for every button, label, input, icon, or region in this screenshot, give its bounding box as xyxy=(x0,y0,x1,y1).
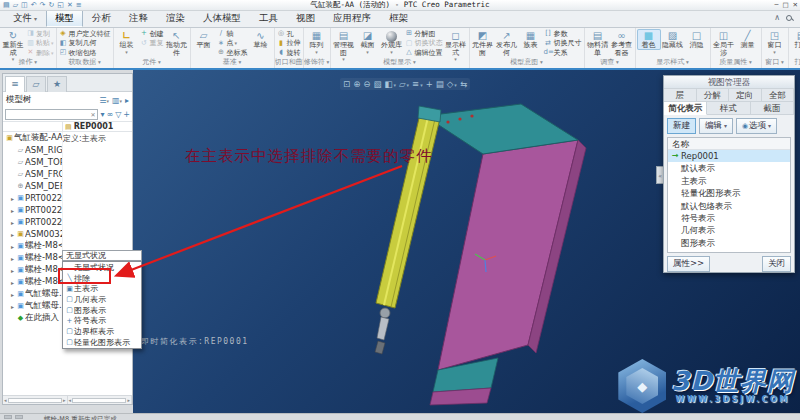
view-manager-tab[interactable]: 全部 xyxy=(762,89,795,102)
tree-item[interactable]: ▱ ASM_TOP xyxy=(3,156,132,168)
panel-collapse-handle[interactable]: « xyxy=(656,166,663,184)
ribbon-tab[interactable]: 注释 xyxy=(120,9,157,27)
properties-button[interactable]: 属性>> xyxy=(667,256,710,272)
tree-header-icon[interactable]: ☰ xyxy=(99,96,109,105)
view-manager-tab[interactable]: 层 xyxy=(664,89,697,102)
scrollbar-thumb[interactable] xyxy=(72,398,126,403)
graphics-toolbar-icon[interactable]: ⇆ xyxy=(460,79,467,89)
ribbon-button[interactable]: ■ 着色 xyxy=(637,29,661,50)
ribbon-button[interactable]: ▨ 隐藏线 xyxy=(661,29,685,50)
ribbon-button[interactable]: ◧ 复制几何 xyxy=(58,39,112,49)
graphics-toolbar-icon[interactable]: ⊡ xyxy=(343,79,350,89)
ribbon-button[interactable]: ▢ 切换状态 xyxy=(404,39,444,49)
rep-list-item[interactable]: 默认包络表示 xyxy=(668,200,790,212)
tree-search-icon[interactable]: ▽ xyxy=(115,110,121,119)
ribbon-button[interactable]: ● 外观库 xyxy=(380,29,404,54)
tree-search-icon[interactable]: + xyxy=(123,110,130,119)
ribbon-button[interactable]: ◎ 孔 xyxy=(276,29,302,39)
rep-status-menu-item[interactable]: ▢ 边界框表示 xyxy=(63,326,141,337)
graphics-toolbar-icon[interactable]: ◧ xyxy=(384,79,396,89)
ribbon-button[interactable]: ▮ 拉伸 xyxy=(276,39,302,49)
expand-arrow-icon[interactable] xyxy=(9,279,16,286)
graphics-toolbar-icon[interactable]: + xyxy=(426,79,433,89)
tree-item[interactable]: ▣ 气缸装配-AA.A 定义:主表示 xyxy=(3,132,132,144)
options-button[interactable]: ◉选项 xyxy=(736,118,777,134)
view-manager-tab[interactable]: 样式 xyxy=(707,102,750,115)
rep-status-menu-item[interactable]: ▢ 几何表示 xyxy=(63,294,141,305)
expand-arrow-icon[interactable] xyxy=(9,195,16,202)
rep-list-item[interactable]: 轻量化图形表示 xyxy=(668,187,790,199)
ribbon-tab[interactable]: 视图 xyxy=(287,9,324,27)
tree-item[interactable]: ▣ PRT0022-A xyxy=(3,216,132,228)
close-button[interactable]: 关闭 xyxy=(762,256,791,272)
qat-icon[interactable]: ↻ xyxy=(48,1,54,10)
rep-list-item[interactable]: 符号表示 xyxy=(668,212,790,224)
tree-header-icon[interactable]: ▥ xyxy=(112,96,122,105)
new-button[interactable]: 新建 xyxy=(667,118,696,134)
graphics-toolbar-icon[interactable]: ≡ xyxy=(412,79,423,89)
qat-icon[interactable]: ✕ xyxy=(67,1,73,10)
ribbon-button[interactable]: ▦ 族表 xyxy=(519,29,543,50)
ribbon-tab[interactable]: 文件 xyxy=(4,9,46,27)
qat-icon[interactable]: ↷ xyxy=(40,1,46,10)
expand-arrow-icon[interactable] xyxy=(9,207,16,214)
ribbon-button[interactable]: □ 消隐 xyxy=(685,29,709,50)
ribbon-button[interactable]: ↺ 重复 xyxy=(139,39,165,49)
qat-icon[interactable]: ◱ xyxy=(57,1,64,10)
ribbon-button[interactable]: ∗ 点 xyxy=(216,39,249,49)
ribbon-button[interactable]: ∕ 轴 xyxy=(216,29,249,39)
ribbon-button[interactable]: ▤ 物料清单 xyxy=(586,29,610,57)
qat-icon[interactable]: ▤ xyxy=(3,1,10,10)
qat-icon[interactable]: ↶ xyxy=(31,1,37,10)
ribbon-tab[interactable]: 应用程序 xyxy=(324,9,380,27)
view-manager-tab[interactable]: 截面 xyxy=(751,102,794,115)
ribbon-tab[interactable]: 渲染 xyxy=(157,9,194,27)
rep-list-item[interactable]: 图形表示 xyxy=(668,237,790,249)
graphics-toolbar-icon[interactable]: ▱ xyxy=(399,79,409,89)
ribbon-button[interactable]: ◩ 元件界面 xyxy=(471,29,495,57)
tree-search-input[interactable]: ✕ xyxy=(5,109,98,120)
ribbon-button[interactable]: [] 参数 xyxy=(543,29,583,39)
clear-search-icon[interactable]: ✕ xyxy=(90,111,95,118)
rep-status-menu-item[interactable]: ╲ 排除 xyxy=(63,273,141,284)
command-search-icon[interactable] xyxy=(786,15,792,21)
graphics-toolbar-icon[interactable]: ⊖ xyxy=(363,79,370,89)
tree-item[interactable]: ▱ ASM_FRON xyxy=(3,168,132,180)
ribbon-tab[interactable]: 人体模型 xyxy=(194,9,250,27)
ribbon-tab[interactable]: 模型 xyxy=(46,9,83,27)
rep-list-item[interactable]: → Rep0001 xyxy=(668,150,790,162)
ribbon-button[interactable]: ⊞ 分解图 xyxy=(404,29,444,39)
ribbon-collapse-icon[interactable]: ∧ xyxy=(774,13,780,22)
tree-item[interactable]: ▣ PRT0022-A xyxy=(3,204,132,216)
minimize-icon[interactable]: ─ xyxy=(774,0,778,10)
ribbon-button[interactable]: ∿ 草绘 xyxy=(249,29,273,50)
tree-item[interactable]: ▣ ASM0032.A xyxy=(3,228,132,240)
ribbon-tab[interactable]: 分析 xyxy=(83,9,120,27)
rep-status-cell[interactable]: 无显式状况 xyxy=(62,250,142,261)
scrollbar-thumb[interactable] xyxy=(8,398,62,403)
rep-status-menu-item[interactable]: ▣ 主表示 xyxy=(63,283,141,294)
tree-header-icon[interactable]: ▸ xyxy=(125,96,129,105)
ribbon-tab[interactable]: 框架 xyxy=(380,9,417,27)
rep-status-menu-item[interactable]: + 符号表示 xyxy=(63,315,141,326)
graphics-toolbar-icon[interactable]: ▤ xyxy=(436,79,444,89)
ribbon-button[interactable]: ▦ 阵列 xyxy=(305,29,329,54)
view-manager-tab[interactable]: 简化表示 xyxy=(664,102,707,115)
rep-status-menu-item[interactable]: 无显式状况 xyxy=(63,262,141,273)
navigator-tab[interactable]: ▱ xyxy=(26,76,46,92)
rep-status-menu-item[interactable]: ▢ 轻量化图形表示 xyxy=(63,337,141,348)
ribbon-button[interactable]: ◨ 复制 xyxy=(25,29,55,39)
ribbon-button[interactable]: ▤ 打印 xyxy=(790,29,800,50)
graphics-toolbar-icon[interactable]: ◇ xyxy=(447,79,457,89)
tree-horizontal-scrollbars[interactable]: ◂▸ ◂▸ xyxy=(3,395,132,404)
tree-item[interactable]: ⊕ ASM_DEF_ xyxy=(3,180,132,192)
expand-arrow-icon[interactable] xyxy=(9,303,16,310)
navigator-tab[interactable]: ≡ xyxy=(5,76,25,92)
ribbon-tab[interactable]: 工具 xyxy=(250,9,287,27)
expand-arrow-icon[interactable] xyxy=(9,291,16,298)
expand-arrow-icon[interactable] xyxy=(9,219,16,226)
view-manager-tab[interactable]: 分解 xyxy=(697,89,730,102)
graphics-toolbar-icon[interactable]: ⊕ xyxy=(353,79,360,89)
rep-list-item[interactable]: 几何表示 xyxy=(668,224,790,236)
ribbon-button[interactable]: ╱ 测量 xyxy=(736,29,760,50)
